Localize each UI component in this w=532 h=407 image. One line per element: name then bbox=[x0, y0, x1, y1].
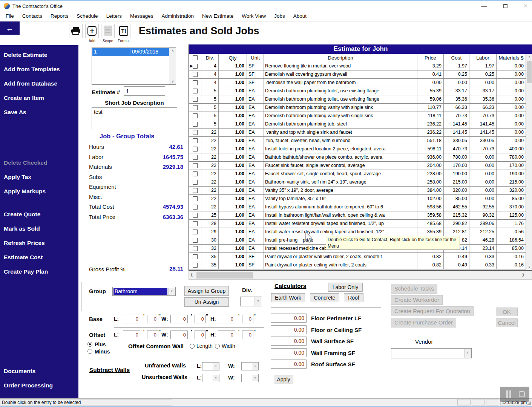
table-row[interactable]: 351.00SFPaint drywall or plaster ceiling… bbox=[189, 261, 526, 269]
sidebar-item-create-quote[interactable]: Create Quote bbox=[0, 210, 78, 225]
concrete-button[interactable]: Concrete bbox=[310, 293, 339, 302]
row-checkbox[interactable] bbox=[193, 238, 198, 243]
unframed-walls-w-dropdown[interactable]: ∨ bbox=[241, 362, 259, 370]
offset-w-feet-input[interactable] bbox=[170, 330, 188, 339]
grid-vertical-scrollbar[interactable]: ∧ ∨ bbox=[526, 54, 532, 269]
table-row[interactable]: 221.00EABathroom vanity sink, self rim 2… bbox=[189, 178, 526, 187]
unframed-walls-l-dropdown[interactable]: ∨ bbox=[202, 362, 219, 370]
scroll-right-icon[interactable]: ❯ bbox=[522, 272, 525, 277]
assign-to-group-button[interactable]: Assign to Group bbox=[184, 286, 229, 296]
un-assign-button[interactable]: Un-Assign bbox=[184, 297, 229, 307]
table-row[interactable]: 51.00EADemolish bathroom plumbing toilet… bbox=[189, 95, 526, 104]
row-checkbox[interactable] bbox=[193, 196, 198, 201]
header-select-all[interactable] bbox=[189, 54, 201, 62]
menu-item-administration[interactable]: Administration bbox=[157, 11, 198, 21]
menu-item-letters[interactable]: Letters bbox=[102, 11, 126, 21]
menu-item-messages[interactable]: Messages bbox=[126, 11, 158, 21]
menu-item-contacts[interactable]: Contacts bbox=[18, 11, 46, 21]
apply-button[interactable]: Apply bbox=[274, 375, 293, 384]
back-button[interactable]: ← bbox=[0, 21, 20, 35]
scrollbar-thumb[interactable] bbox=[527, 61, 532, 83]
chevron-down-icon[interactable]: ∨ bbox=[464, 349, 471, 358]
row-checkbox[interactable] bbox=[193, 147, 198, 151]
print-button[interactable] bbox=[69, 24, 83, 38]
chevron-down-icon[interactable]: ∨ bbox=[255, 297, 261, 306]
menu-item-file[interactable]: File bbox=[2, 11, 18, 21]
sidebar-item-refresh-prices[interactable]: Refresh Prices bbox=[0, 239, 78, 253]
chevron-down-icon[interactable]: ∨ bbox=[168, 288, 175, 295]
row-checkbox[interactable] bbox=[193, 221, 198, 226]
menu-item-schedule[interactable]: Schedule bbox=[72, 11, 102, 21]
row-checkbox[interactable] bbox=[193, 122, 198, 127]
row-checkbox[interactable] bbox=[193, 163, 198, 168]
table-row[interactable]: 291.00EAInstall water resist drywall cei… bbox=[189, 228, 526, 236]
offset-h-inches-input[interactable] bbox=[242, 330, 253, 339]
width-radio[interactable] bbox=[215, 344, 220, 349]
calc-input-wall-framing-sf[interactable] bbox=[271, 348, 307, 357]
scroll-up-icon[interactable]: ∧ bbox=[526, 54, 532, 60]
menu-item-jobs[interactable]: Jobs bbox=[270, 11, 289, 21]
table-row[interactable]: 251.00EAInstall in bathroom light/fan/wa… bbox=[189, 211, 526, 220]
row-checkbox[interactable] bbox=[193, 113, 198, 118]
sidebar-item-order-processing[interactable]: Order Processing bbox=[0, 381, 78, 396]
scroll-up-icon[interactable]: ∧ bbox=[169, 47, 176, 54]
row-checkbox[interactable] bbox=[193, 246, 198, 251]
offset-l-feet-input[interactable] bbox=[123, 330, 140, 339]
sidebar-item-create-pay-plan[interactable]: Create Pay Plan bbox=[0, 268, 78, 282]
estimate-list-item-selected[interactable]: 1 09/09/2018 bbox=[92, 48, 169, 56]
menu-item-about[interactable]: About bbox=[289, 11, 311, 21]
group-dropdown[interactable]: Bathroom ∨ bbox=[112, 287, 176, 296]
vendor-dropdown[interactable]: ∨ bbox=[391, 348, 472, 358]
sidebar-item-save-as[interactable]: Save As bbox=[0, 108, 78, 122]
scrollbar-thumb[interactable] bbox=[196, 272, 253, 278]
row-checkbox[interactable] bbox=[193, 64, 198, 69]
base-l-inches-input[interactable] bbox=[147, 315, 158, 323]
base-w-inches-input[interactable] bbox=[195, 315, 206, 323]
table-row[interactable]: 41.00SF demolish the wall paper from the… bbox=[189, 79, 526, 87]
sidebar-item-delete-estimate[interactable]: Delete Estimate bbox=[0, 51, 78, 65]
row-checkbox[interactable] bbox=[193, 205, 198, 210]
menu-item-new-estimate[interactable]: New Estimate bbox=[198, 11, 238, 21]
labor-only-button[interactable]: Labor Only bbox=[328, 283, 363, 292]
row-checkbox[interactable] bbox=[193, 72, 198, 77]
table-row[interactable]: 221.00EAFaucet shower set, single contro… bbox=[189, 170, 526, 178]
sidebar-item-documents[interactable]: Documents bbox=[0, 367, 78, 381]
table-row[interactable]: 51.00EADemolish bathroom plumbing vanity… bbox=[189, 104, 526, 112]
sidebar-item-apply-markups[interactable]: Apply Markups bbox=[0, 187, 78, 202]
sidebar-item-add-from-templates[interactable]: Add from Templates bbox=[0, 65, 78, 80]
table-row[interactable]: 51.00EADemolish bathroom plumbing vanity… bbox=[189, 112, 526, 120]
base-h-inches-input[interactable] bbox=[242, 315, 253, 323]
offset-w-inches-input[interactable] bbox=[195, 330, 206, 339]
row-checkbox[interactable] bbox=[193, 155, 198, 160]
sidebar-item-apply-tax[interactable]: Apply Tax bbox=[0, 173, 78, 187]
div-dropdown[interactable]: ∨ bbox=[240, 297, 262, 306]
menu-item-reports[interactable]: Reports bbox=[46, 11, 72, 21]
row-checkbox[interactable] bbox=[193, 263, 198, 268]
estimate-list[interactable]: 1 09/09/2018 ∧ ∨ bbox=[92, 47, 176, 85]
table-row[interactable]: 41.00SFDemolish wall covering gypsum dry… bbox=[189, 70, 526, 79]
unsurfaced-walls-w-dropdown[interactable]: ∨ bbox=[241, 374, 259, 382]
row-checkbox[interactable] bbox=[193, 180, 198, 185]
scroll-down-icon[interactable]: ∨ bbox=[526, 265, 532, 269]
add-button[interactable]: + bbox=[85, 24, 99, 38]
table-row[interactable]: 221.00EA tub, faucet, diverter, head, wi… bbox=[189, 137, 526, 145]
sidebar-item-add-from-database[interactable]: Add from Database bbox=[0, 80, 78, 94]
estimate-number-input[interactable] bbox=[124, 86, 165, 96]
table-row[interactable]: 221.00EAFaucet sink faucet, single lever… bbox=[189, 162, 526, 170]
scroll-down-icon[interactable]: ∨ bbox=[169, 78, 176, 84]
row-checkbox[interactable] bbox=[193, 130, 198, 135]
table-row[interactable]: 221.00EAVanity 35" x 19", 2 door, averag… bbox=[189, 187, 526, 195]
calc-input-floor-perimeter-lf[interactable] bbox=[271, 314, 307, 323]
format-button[interactable]: T! bbox=[117, 24, 130, 38]
select-all-checkbox[interactable] bbox=[193, 55, 198, 60]
table-row[interactable]: 221.00EABathtub bathtub/shower one piece… bbox=[189, 153, 526, 162]
unsurfaced-walls-l-dropdown[interactable]: ∨ bbox=[202, 374, 219, 382]
sidebar-item-estimate-cost[interactable]: Estimate Cost bbox=[0, 253, 78, 268]
base-h-feet-input[interactable] bbox=[218, 315, 235, 323]
scroll-left-icon[interactable]: ❮ bbox=[190, 272, 193, 277]
calc-input-floor-or-ceiling-sf[interactable] bbox=[271, 325, 307, 334]
grid-horizontal-scrollbar[interactable]: ❮ ❯ bbox=[189, 271, 532, 280]
table-row[interactable]: 41.00SFRemove flooring tile in mortar, o… bbox=[189, 62, 526, 70]
table-row[interactable]: 281.00EAInstall water resistent drywall … bbox=[189, 220, 526, 228]
calc-input-roof-surface-sf[interactable] bbox=[271, 360, 307, 369]
